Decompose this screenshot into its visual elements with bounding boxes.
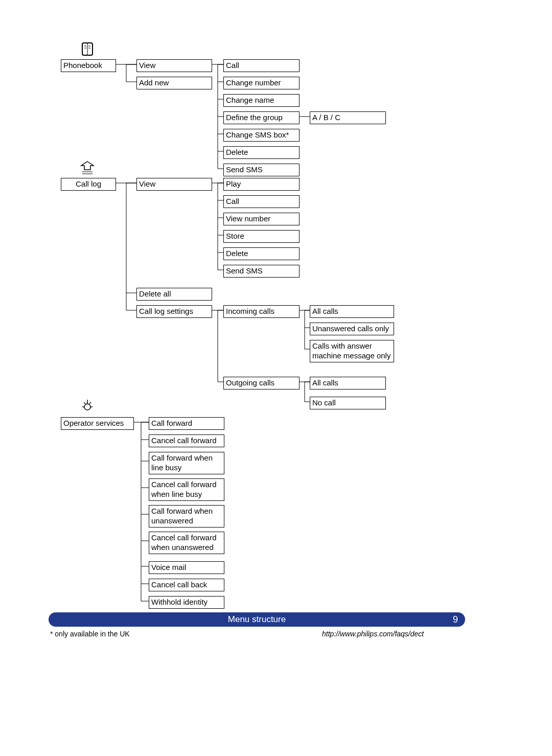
op-vm: Voice mail bbox=[149, 561, 224, 574]
label: View bbox=[139, 61, 155, 70]
label: Change SMS box* bbox=[226, 130, 289, 139]
label: Call forward bbox=[151, 419, 192, 427]
label: Define the group bbox=[226, 113, 283, 122]
label: Cancel call forward when unanswered bbox=[151, 533, 217, 552]
op-cf: Call forward bbox=[149, 417, 224, 430]
pb-call: Call bbox=[223, 59, 300, 72]
label: Cancel call forward when line busy bbox=[151, 480, 217, 498]
label: All calls bbox=[312, 307, 338, 315]
cl-view: View bbox=[136, 178, 212, 191]
label: Incoming calls bbox=[226, 307, 274, 315]
footer-bar: Menu structure 9 bbox=[49, 612, 465, 627]
label: Play bbox=[226, 179, 241, 188]
cl-delall: Delete all bbox=[136, 288, 212, 301]
cl-play: Play bbox=[223, 178, 300, 191]
label: Outgoing calls bbox=[226, 378, 274, 387]
label: Call forward when line busy bbox=[151, 453, 213, 472]
label: Voice mail bbox=[151, 563, 186, 571]
label: Send SMS bbox=[226, 266, 263, 275]
cl-delete: Delete bbox=[223, 247, 300, 260]
cl-call: Call bbox=[223, 195, 300, 208]
footnote: * only available in the UK bbox=[50, 630, 130, 638]
op-ccf-unans: Cancel call forward when unanswered bbox=[149, 532, 224, 554]
svg-point-6 bbox=[84, 404, 90, 410]
operator-icon bbox=[79, 397, 96, 417]
pb-view: View bbox=[136, 59, 212, 72]
cl-viewnum: View number bbox=[223, 213, 300, 225]
op-cf-busy: Call forward when line busy bbox=[149, 452, 224, 474]
cl-in-msg: Calls with answer machine message only bbox=[310, 340, 394, 362]
label: Call forward when unanswered bbox=[151, 507, 213, 525]
pb-chnum: Change number bbox=[223, 77, 300, 89]
cl-sendsms: Send SMS bbox=[223, 265, 300, 278]
label: Change number bbox=[226, 78, 281, 87]
footer-title: Menu structure bbox=[49, 612, 465, 627]
label: All calls bbox=[312, 378, 338, 387]
op-ccf: Cancel call forward bbox=[149, 434, 224, 447]
label: Operator services bbox=[63, 419, 124, 427]
label: Unanswered calls only bbox=[312, 324, 389, 333]
label: Call log settings bbox=[139, 307, 193, 315]
op-cf-unans: Call forward when unanswered bbox=[149, 505, 224, 528]
label: Call log bbox=[76, 179, 101, 188]
svg-line-10 bbox=[84, 402, 85, 404]
calllog-box: Call log bbox=[61, 178, 116, 191]
cl-in-unans: Unanswered calls only bbox=[310, 323, 394, 335]
cl-outgoing: Outgoing calls bbox=[223, 377, 300, 390]
phonebook-box: Phonebook bbox=[61, 59, 116, 72]
label: Withhold identity bbox=[151, 598, 208, 606]
operator-services-box: Operator services bbox=[61, 417, 134, 430]
label: Send SMS bbox=[226, 165, 263, 174]
label: View bbox=[139, 179, 155, 188]
pb-sendsms: Send SMS bbox=[223, 164, 300, 176]
pb-defgroup: Define the group bbox=[223, 111, 300, 124]
phonebook-icon bbox=[79, 41, 96, 61]
cl-in-all: All calls bbox=[310, 305, 394, 318]
label: A / B / C bbox=[312, 113, 340, 122]
cl-out-none: No call bbox=[310, 397, 386, 409]
label: Store bbox=[226, 232, 244, 240]
label: Call bbox=[226, 197, 239, 205]
label: Phonebook bbox=[63, 61, 102, 70]
label: View number bbox=[226, 214, 270, 223]
label: Add new bbox=[139, 78, 169, 87]
label: Cancel call back bbox=[151, 580, 207, 589]
op-ccb: Cancel call back bbox=[149, 579, 224, 591]
cl-store: Store bbox=[223, 230, 300, 243]
footer-url: http://www.philips.com/faqs/dect bbox=[322, 630, 424, 638]
op-withhold: Withhold identity bbox=[149, 596, 224, 609]
label: Calls with answer machine message only bbox=[312, 341, 390, 360]
page-number: 9 bbox=[453, 612, 458, 627]
label: No call bbox=[312, 398, 336, 407]
label: Delete all bbox=[139, 289, 171, 298]
op-ccf-busy: Cancel call forward when line busy bbox=[149, 478, 224, 501]
label: Change name bbox=[226, 96, 274, 104]
pb-chname: Change name bbox=[223, 94, 300, 107]
pb-addnew: Add new bbox=[136, 77, 212, 89]
label: Delete bbox=[226, 249, 248, 258]
cl-incoming: Incoming calls bbox=[223, 305, 300, 318]
pb-delete: Delete bbox=[223, 146, 300, 159]
label: Call bbox=[226, 61, 239, 70]
cl-settings: Call log settings bbox=[136, 305, 212, 318]
pb-sms: Change SMS box* bbox=[223, 129, 300, 142]
calllog-icon bbox=[79, 159, 96, 179]
label: Cancel call forward bbox=[151, 436, 217, 445]
svg-line-11 bbox=[89, 402, 91, 404]
pb-group-abc: A / B / C bbox=[310, 111, 386, 124]
cl-out-all: All calls bbox=[310, 377, 386, 390]
label: Delete bbox=[226, 148, 248, 156]
